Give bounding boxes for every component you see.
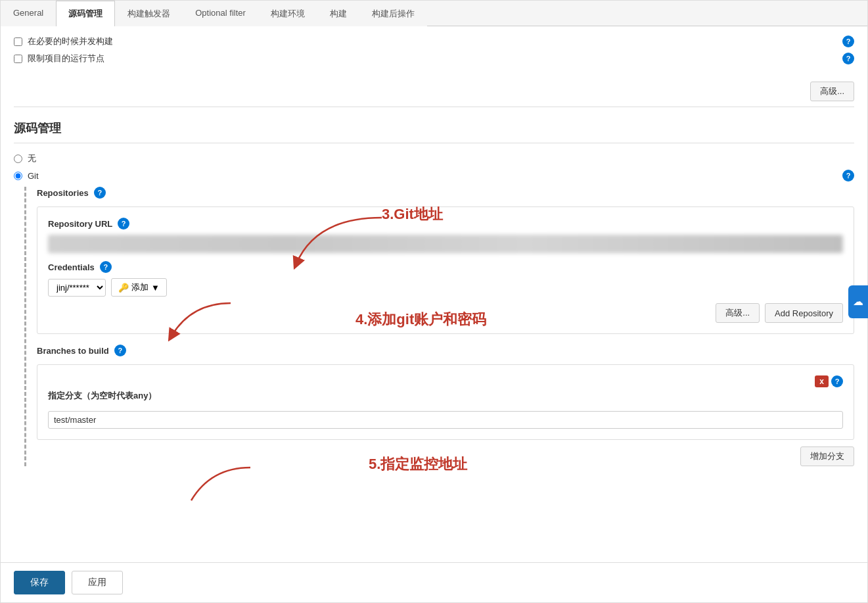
help-icon-cb2[interactable]: ? (842, 53, 854, 64)
radio-none[interactable] (14, 155, 22, 163)
delete-branch-button[interactable]: x (815, 375, 829, 387)
limit-node-label: 限制项目的运行节点 (28, 53, 104, 64)
section-title: 源码管理 (14, 112, 854, 143)
radio-git-row: Git ? (14, 170, 854, 181)
radio-git[interactable] (14, 172, 22, 180)
credentials-select[interactable]: jinj/****** (48, 279, 106, 297)
concurrent-build-label: 在必要的时候并发构建 (28, 36, 113, 47)
dropdown-arrow-icon: ▼ (151, 283, 160, 293)
radio-none-row: 无 (14, 153, 854, 164)
advanced-button-2[interactable]: 高级... (716, 303, 760, 323)
branches-label: Branches to build (37, 346, 109, 356)
tab-general[interactable]: General (1, 1, 56, 26)
repo-action-row: 高级... Add Repository (48, 303, 843, 323)
tab-build-env[interactable]: 构建环境 (258, 1, 317, 26)
save-button[interactable]: 保存 (14, 571, 65, 594)
cloud-icon: ☁ (853, 295, 863, 308)
branch-action-row: 增加分支 (37, 446, 854, 466)
tab-bar: General 源码管理 构建触发器 Optional filter 构建环境 … (1, 1, 867, 26)
branch-item: x ? 指定分支（为空时代表any） (37, 364, 854, 440)
repository-url-section: Repository URL ? (48, 218, 843, 253)
add-repository-button[interactable]: Add Repository (765, 303, 843, 323)
help-icon-cb1[interactable]: ? (842, 36, 854, 47)
add-branch-button[interactable]: 增加分支 (800, 446, 854, 466)
help-icon-branches[interactable]: ? (114, 345, 126, 356)
add-credential-button[interactable]: 🔑 添加 ▼ (111, 278, 167, 297)
credentials-row: jinj/****** 🔑 添加 ▼ (48, 278, 843, 297)
branch-input[interactable] (48, 411, 843, 429)
bottom-bar: 保存 应用 (1, 562, 867, 602)
credentials-label: Credentials ? (48, 261, 843, 273)
help-icon-repos[interactable]: ? (94, 187, 106, 199)
branches-header: Branches to build ? (37, 345, 854, 356)
help-icon-repo-url[interactable]: ? (118, 218, 129, 229)
credentials-section: Credentials ? jinj/****** 🔑 添加 ▼ (48, 261, 843, 297)
limit-node-checkbox[interactable] (14, 55, 22, 63)
tab-post-build[interactable]: 构建后操作 (359, 1, 427, 26)
repository-box: Repository URL ? Credentials ? jinj/****… (37, 206, 854, 334)
radio-none-label: 无 (28, 153, 36, 164)
checkbox-row-1: 在必要的时候并发构建 ? (14, 36, 854, 47)
repository-url-label: Repository URL ? (48, 218, 843, 229)
branches-section: Branches to build ? x ? 指定分支（为空时代表any） 增… (37, 345, 854, 466)
tab-source[interactable]: 源码管理 (56, 1, 115, 26)
repositories-label: Repositories (37, 188, 89, 198)
radio-git-label: Git (28, 171, 39, 181)
tab-optional-filter[interactable]: Optional filter (183, 1, 258, 26)
checkbox-row-2: 限制项目的运行节点 ? (14, 53, 854, 64)
key-icon: 🔑 (118, 283, 129, 293)
help-icon-credentials[interactable]: ? (100, 261, 112, 273)
repositories-section: Repositories ? Repository URL ? Credenti… (24, 187, 854, 466)
checkbox-section: 在必要的时候并发构建 ? 限制项目的运行节点 ? (14, 26, 854, 76)
concurrent-build-checkbox[interactable] (14, 37, 22, 46)
tab-build[interactable]: 构建 (317, 1, 359, 26)
branch-item-top: x ? (48, 375, 843, 387)
add-credential-label: 添加 (131, 281, 148, 293)
side-widget[interactable]: ☁ (848, 285, 868, 318)
repositories-header: Repositories ? (37, 187, 854, 199)
tab-trigger[interactable]: 构建触发器 (115, 1, 183, 26)
advanced-button-1[interactable]: 高级... (810, 82, 854, 101)
repository-url-input-blurred[interactable] (48, 235, 843, 253)
branch-input-label: 指定分支（为空时代表any） (48, 390, 843, 402)
help-icon-branch-item[interactable]: ? (831, 375, 843, 387)
advanced-btn-row: 高级... (14, 82, 854, 101)
apply-button[interactable]: 应用 (72, 571, 123, 594)
help-icon-git[interactable]: ? (842, 170, 854, 181)
